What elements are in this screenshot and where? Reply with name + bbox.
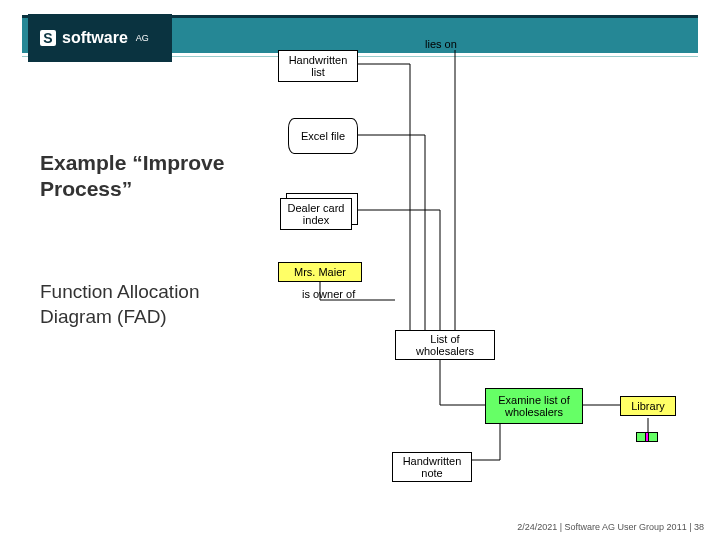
excel-file-text: Excel file: [301, 130, 345, 142]
handwritten-list-text: Handwritten list: [283, 54, 353, 78]
handwritten-list-node: Handwritten list: [278, 50, 358, 82]
lies-on-label: lies on: [425, 38, 457, 50]
dealer-card-text: Dealer card index: [285, 202, 347, 226]
footer-event: Software AG User Group 2011: [565, 522, 687, 532]
org-chart-icon: [636, 432, 658, 450]
library-node: Library: [620, 396, 676, 416]
slide: S softwareAG Example “Improve Process” F…: [0, 0, 720, 540]
page-title: Example “Improve Process”: [40, 150, 230, 203]
library-text: Library: [631, 400, 665, 412]
footer-sep2: |: [687, 522, 694, 532]
logo-glyph-icon: S: [40, 30, 56, 46]
mrs-maier-node: Mrs. Maier: [278, 262, 362, 282]
examine-text: Examine list of wholesalers: [490, 394, 578, 418]
page-subtitle: Function Allocation Diagram (FAD): [40, 280, 230, 329]
software-ag-logo: S softwareAG: [28, 14, 172, 62]
slide-footer: 2/24/2021 | Software AG User Group 2011 …: [517, 522, 704, 532]
footer-sep1: |: [557, 522, 564, 532]
handwritten-note-text: Handwritten note: [397, 455, 467, 479]
mrs-maier-text: Mrs. Maier: [294, 266, 346, 278]
excel-file-node: Excel file: [288, 118, 358, 154]
footer-page: 38: [694, 522, 704, 532]
dealer-card-node: Dealer card index: [280, 198, 352, 230]
is-owner-label: is owner of: [302, 288, 355, 300]
footer-date: 2/24/2021: [517, 522, 557, 532]
list-wholesalers-text: List of wholesalers: [400, 333, 490, 357]
list-wholesalers-node: List of wholesalers: [395, 330, 495, 360]
logo-text: software: [62, 29, 128, 47]
handwritten-note-node: Handwritten note: [392, 452, 472, 482]
logo-suffix: AG: [136, 33, 149, 43]
examine-node: Examine list of wholesalers: [485, 388, 583, 424]
